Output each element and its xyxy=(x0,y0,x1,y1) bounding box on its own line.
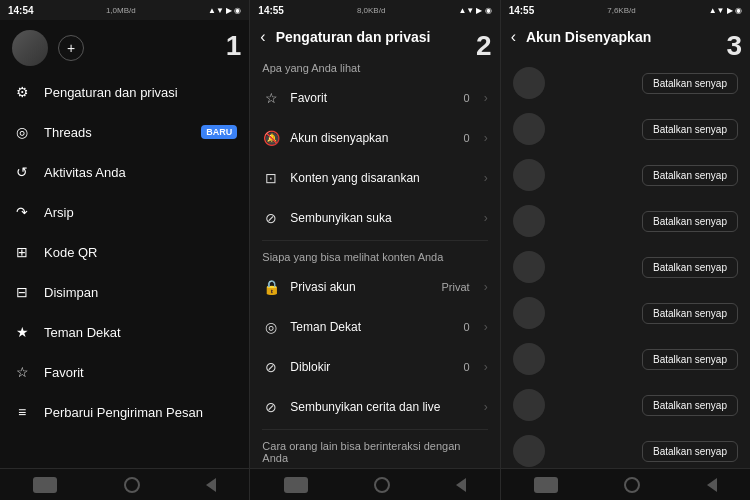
muted-item-6: Batalkan senyap xyxy=(501,290,750,336)
fav-arrow: › xyxy=(484,91,488,105)
qr-icon: ⊞ xyxy=(12,242,32,262)
menu-item-archive[interactable]: ↷ Arsip xyxy=(0,192,249,232)
divider-2 xyxy=(262,429,487,430)
muted-arrow: › xyxy=(484,131,488,145)
add-story-btn[interactable]: + xyxy=(58,35,84,61)
section-title-1: Apa yang Anda lihat xyxy=(250,54,499,78)
muted-accounts-list: Batalkan senyap Batalkan senyap Batalkan… xyxy=(501,54,750,468)
panel-3-title: Akun Disenyapkan xyxy=(526,29,651,45)
fav-icon: ☆ xyxy=(262,89,280,107)
menu-label-settings: Pengaturan dan privasi xyxy=(44,85,237,100)
unmute-btn-5[interactable]: Batalkan senyap xyxy=(642,257,738,278)
orders-icon: ≡ xyxy=(12,402,32,422)
back-nav-btn[interactable] xyxy=(206,478,216,492)
menu-list: ⚙ Pengaturan dan privasi ◎ Threads BARU … xyxy=(0,72,249,468)
home-circle-btn-2[interactable] xyxy=(374,477,390,493)
back-button-3[interactable]: ‹ xyxy=(511,28,516,46)
settings-muted[interactable]: 🔕 Akun disenyapkan 0 › xyxy=(250,118,499,158)
muted-item-9: Batalkan senyap xyxy=(501,428,750,468)
panel-2-title: Pengaturan dan privasi xyxy=(276,29,431,45)
muted-avatar-1 xyxy=(513,67,545,99)
status-info-2: 8,0KB/d xyxy=(357,6,385,15)
home-nav-btn-2[interactable] xyxy=(284,477,308,493)
archive-icon: ↷ xyxy=(12,202,32,222)
blocked-arrow: › xyxy=(484,360,488,374)
back-button-2[interactable]: ‹ xyxy=(260,28,265,46)
saved-icon: ⊟ xyxy=(12,282,32,302)
menu-item-threads[interactable]: ◎ Threads BARU xyxy=(0,112,249,152)
hide-likes-icon: ⊘ xyxy=(262,209,280,227)
menu-item-orders[interactable]: ≡ Perbarui Pengiriman Pesan xyxy=(0,392,249,432)
settings-blocked[interactable]: ⊘ Diblokir 0 › xyxy=(250,347,499,387)
settings-hide-stories[interactable]: ⊘ Sembunyikan cerita dan live › xyxy=(250,387,499,427)
unmute-btn-7[interactable]: Batalkan senyap xyxy=(642,349,738,370)
menu-item-settings[interactable]: ⚙ Pengaturan dan privasi xyxy=(0,72,249,112)
close-friends-icon: ★ xyxy=(12,322,32,342)
unmute-btn-6[interactable]: Batalkan senyap xyxy=(642,303,738,324)
menu-item-activity[interactable]: ↺ Aktivitas Anda xyxy=(0,152,249,192)
cf-label: Teman Dekat xyxy=(290,320,453,334)
settings-hide-likes[interactable]: ⊘ Sembunyikan suka › xyxy=(250,198,499,238)
muted-item-8: Batalkan senyap xyxy=(501,382,750,428)
muted-avatar-8 xyxy=(513,389,545,421)
menu-label-favorites: Favorit xyxy=(44,365,237,380)
muted-icon: 🔕 xyxy=(262,129,280,147)
settings-icon: ⚙ xyxy=(12,82,32,102)
back-nav-btn-3[interactable] xyxy=(707,478,717,492)
settings-favorites[interactable]: ☆ Favorit 0 › xyxy=(250,78,499,118)
panel-2-header: ‹ Pengaturan dan privasi xyxy=(250,20,499,54)
threads-icon: ◎ xyxy=(12,122,32,142)
home-circle-btn[interactable] xyxy=(124,477,140,493)
muted-avatar-6 xyxy=(513,297,545,329)
muted-avatar-7 xyxy=(513,343,545,375)
blocked-icon: ⊘ xyxy=(262,358,280,376)
home-nav-btn[interactable] xyxy=(33,477,57,493)
menu-item-favorites[interactable]: ☆ Favorit xyxy=(0,352,249,392)
muted-value: 0 xyxy=(464,132,470,144)
unmute-btn-4[interactable]: Batalkan senyap xyxy=(642,211,738,232)
panel-3-header: ‹ Akun Disenyapkan xyxy=(501,20,750,54)
blocked-value: 0 xyxy=(464,361,470,373)
unmute-btn-1[interactable]: Batalkan senyap xyxy=(642,73,738,94)
fav-value: 0 xyxy=(464,92,470,104)
menu-item-saved[interactable]: ⊟ Disimpan xyxy=(0,272,249,312)
panel-1: 14:54 1,0MB/d ▲▼ ▶ ◉ + ⚙ Pengaturan dan … xyxy=(0,0,250,500)
status-info-1: 1,0MB/d xyxy=(106,6,136,15)
cf-value: 0 xyxy=(464,321,470,333)
bottom-nav-1 xyxy=(0,468,249,500)
hide-likes-arrow: › xyxy=(484,211,488,225)
home-nav-btn-3[interactable] xyxy=(534,477,558,493)
menu-label-close-friends: Teman Dekat xyxy=(44,325,237,340)
muted-avatar-2 xyxy=(513,113,545,145)
unmute-btn-8[interactable]: Batalkan senyap xyxy=(642,395,738,416)
muted-item-2: Batalkan senyap xyxy=(501,106,750,152)
menu-label-threads: Threads xyxy=(44,125,189,140)
section-title-3: Cara orang lain bisa berinteraksi dengan… xyxy=(250,432,499,468)
home-circle-btn-3[interactable] xyxy=(624,477,640,493)
unmute-btn-9[interactable]: Batalkan senyap xyxy=(642,441,738,462)
cf-arrow: › xyxy=(484,320,488,334)
muted-item-5: Batalkan senyap xyxy=(501,244,750,290)
muted-item-1: Batalkan senyap xyxy=(501,60,750,106)
section-title-2: Siapa yang bisa melihat konten Anda xyxy=(250,243,499,267)
muted-label: Akun disenyapkan xyxy=(290,131,453,145)
suggested-icon: ⊡ xyxy=(262,169,280,187)
unmute-btn-3[interactable]: Batalkan senyap xyxy=(642,165,738,186)
menu-item-close-friends[interactable]: ★ Teman Dekat xyxy=(0,312,249,352)
hide-likes-label: Sembunyikan suka xyxy=(290,211,473,225)
back-nav-btn-2[interactable] xyxy=(456,478,466,492)
menu-label-activity: Aktivitas Anda xyxy=(44,165,237,180)
suggested-label: Konten yang disarankan xyxy=(290,171,473,185)
panel-3: 14:55 7,6KB/d ▲▼ ▶ ◉ ‹ Akun Disenyapkan … xyxy=(501,0,750,500)
menu-label-qr: Kode QR xyxy=(44,245,237,260)
menu-item-qr[interactable]: ⊞ Kode QR xyxy=(0,232,249,272)
menu-label-archive: Arsip xyxy=(44,205,237,220)
settings-suggested[interactable]: ⊡ Konten yang disarankan › xyxy=(250,158,499,198)
settings-privacy[interactable]: 🔒 Privasi akun Privat › xyxy=(250,267,499,307)
panel-number-2: 2 xyxy=(476,30,492,62)
muted-avatar-9 xyxy=(513,435,545,467)
privacy-label: Privasi akun xyxy=(290,280,431,294)
settings-close-friends[interactable]: ◎ Teman Dekat 0 › xyxy=(250,307,499,347)
unmute-btn-2[interactable]: Batalkan senyap xyxy=(642,119,738,140)
hide-stories-label: Sembunyikan cerita dan live xyxy=(290,400,473,414)
